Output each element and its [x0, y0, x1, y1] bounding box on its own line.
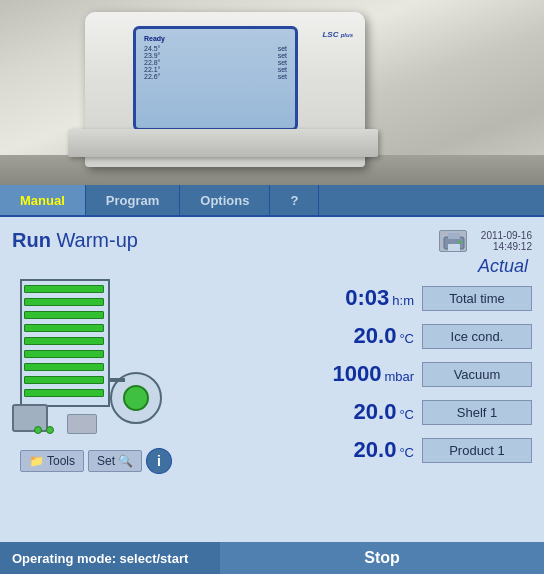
info-button[interactable]: i: [146, 448, 172, 474]
product1-value: 20.0: [354, 437, 397, 463]
operating-mode-label: Operating mode: select/start: [0, 542, 220, 574]
tab-help[interactable]: ?: [270, 185, 319, 215]
control-panel: Manual Program Options ? Run Warm-up: [0, 185, 544, 574]
total-time-row: 0:03 h:m Total time: [180, 281, 532, 315]
product1-unit: °C: [399, 445, 414, 460]
status-bar: Operating mode: select/start Stop: [0, 542, 544, 574]
tab-manual[interactable]: Manual: [0, 185, 86, 215]
product1-row: 20.0 °C Product 1: [180, 433, 532, 467]
data-panel: 0:03 h:m Total time 20.0 °C Ice cond.: [180, 277, 532, 474]
svg-point-3: [458, 240, 461, 243]
shelf1-label: Shelf 1: [422, 400, 532, 425]
run-title: Run Warm-up: [12, 229, 138, 252]
tab-bar: Manual Program Options ?: [0, 185, 544, 217]
shelf1-row: 20.0 °C Shelf 1: [180, 395, 532, 429]
total-time-value: 0:03: [345, 285, 389, 311]
main-content-area: Run Warm-up 2011-09-16 14:49:12: [0, 217, 544, 542]
ice-cond-row: 20.0 °C Ice cond.: [180, 319, 532, 353]
total-time-label: Total time: [422, 286, 532, 311]
tab-program[interactable]: Program: [86, 185, 180, 215]
ice-cond-value: 20.0: [354, 323, 397, 349]
product1-label: Product 1: [422, 438, 532, 463]
svg-rect-1: [448, 233, 460, 239]
total-time-unit: h:m: [392, 293, 414, 308]
vacuum-label: Vacuum: [422, 362, 532, 387]
print-icon[interactable]: [439, 230, 467, 252]
vacuum-row: 1000 mbar Vacuum: [180, 357, 532, 391]
vacuum-unit: mbar: [384, 369, 414, 384]
device-photo: Ready 24.5°set 23.9°set 22.8°set 22.1°se…: [0, 0, 544, 185]
shelf1-unit: °C: [399, 407, 414, 422]
actual-label: Actual: [12, 256, 532, 277]
tab-options[interactable]: Options: [180, 185, 270, 215]
magnify-icon: 🔍: [118, 454, 133, 468]
ice-cond-label: Ice cond.: [422, 324, 532, 349]
stop-button[interactable]: Stop: [220, 542, 544, 574]
run-title-row: Run Warm-up 2011-09-16 14:49:12: [12, 225, 532, 254]
tools-folder-icon: 📁: [29, 454, 44, 468]
tools-button[interactable]: 📁 Tools: [20, 450, 84, 472]
datetime-block: 2011-09-16 14:49:12: [481, 230, 532, 252]
ice-cond-unit: °C: [399, 331, 414, 346]
vacuum-value: 1000: [332, 361, 381, 387]
shelf-diagram-panel: 📁 Tools Set 🔍 i: [12, 277, 180, 474]
svg-rect-2: [448, 244, 460, 251]
set-button[interactable]: Set 🔍: [88, 450, 142, 472]
data-rows: 0:03 h:m Total time 20.0 °C Ice cond.: [180, 281, 532, 467]
shelf1-value: 20.0: [354, 399, 397, 425]
tools-row: 📁 Tools Set 🔍 i: [12, 442, 180, 474]
